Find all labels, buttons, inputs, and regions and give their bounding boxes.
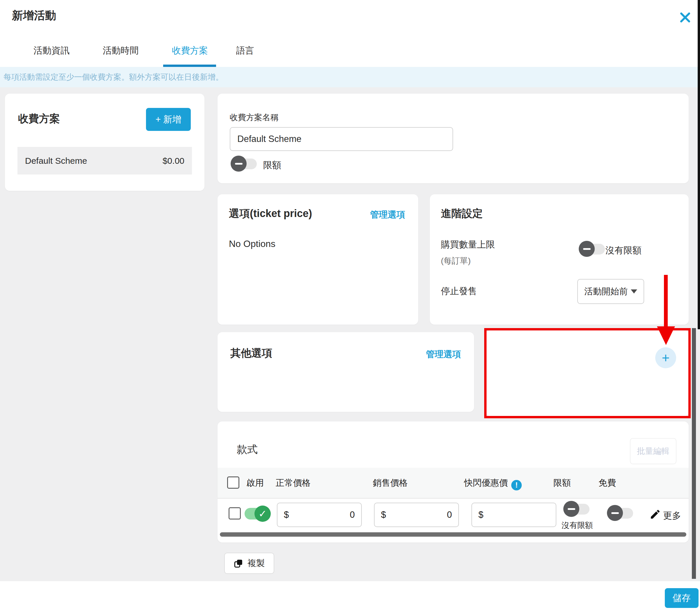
scheme-name-input[interactable]: Default Scheme	[230, 127, 453, 151]
normal-price-input[interactable]: $ 0	[277, 503, 362, 527]
stop-sale-label: 停止發售	[441, 285, 477, 297]
flash-price-input[interactable]: $	[472, 503, 556, 527]
advanced-settings-card: 進階設定 購買數量上限 (每訂單) 沒有限額 停止發售 活動開始前	[430, 194, 689, 325]
sale-price-value: 0	[447, 510, 452, 520]
scheme-list-title: 收費方案	[18, 112, 60, 126]
scheme-form-card: 收費方案名稱 Default Scheme 限額	[218, 94, 689, 183]
active-tab-underline	[163, 65, 216, 67]
info-banner-text: 每項活動需設定至少一個收費方案。額外方案可以在日後新增。	[3, 72, 223, 82]
manage-ticket-options-link[interactable]: 管理選項	[370, 209, 405, 221]
new-activity-modal: 新增活動 活動資訊 活動時間 收費方案 語言 每項活動需設定至少一個收費方案。額…	[0, 0, 700, 612]
ticket-options-title: 選項(ticket price)	[229, 207, 312, 221]
toggle-knob-minus-icon	[607, 505, 623, 521]
row-checkbox[interactable]	[228, 507, 241, 519]
copy-button[interactable]: 複製	[224, 553, 274, 574]
col-normal-price: 正常價格	[276, 477, 311, 489]
limit-toggle[interactable]	[230, 156, 257, 172]
row-no-limit-label: 沒有限額	[562, 520, 593, 531]
scheme-name-value: Default Scheme	[237, 134, 302, 144]
col-limit: 限額	[554, 477, 571, 489]
row-limit-toggle[interactable]	[563, 501, 590, 517]
other-options-card: 其他選項 管理選項	[218, 332, 474, 412]
table-divider	[218, 498, 689, 499]
tab-language[interactable]: 語言	[236, 44, 254, 57]
normal-price-value: 0	[350, 510, 355, 520]
close-icon[interactable]	[678, 11, 692, 25]
row-enabled-toggle[interactable]: ✓	[244, 505, 271, 522]
col-free: 免費	[599, 477, 616, 489]
no-options-text: No Options	[229, 238, 276, 249]
bulk-edit-label: 批量編輯	[637, 446, 670, 457]
vertical-scrollbar-track[interactable]	[692, 328, 696, 579]
row-free-toggle[interactable]	[607, 505, 634, 521]
sale-price-input[interactable]: $ 0	[374, 503, 459, 527]
bulk-edit-button[interactable]: 批量編輯	[630, 438, 676, 464]
currency-prefix: $	[381, 510, 386, 520]
add-scheme-button-label: + 新增	[156, 113, 181, 126]
save-button-label: 儲存	[673, 592, 691, 604]
toggle-knob-check-icon: ✓	[254, 505, 271, 522]
info-banner: 每項活動需設定至少一個收費方案。額外方案可以在日後新增。	[0, 67, 700, 87]
tab-pricing-scheme[interactable]: 收費方案	[172, 44, 208, 57]
col-flash-price: 快閃優惠價!	[464, 477, 522, 490]
advanced-settings-title: 進階設定	[441, 207, 483, 221]
add-scheme-button[interactable]: + 新增	[146, 108, 191, 131]
purchase-no-limit-label: 沒有限額	[605, 244, 642, 256]
modal-footer	[0, 581, 700, 612]
copy-icon	[234, 558, 243, 568]
save-button[interactable]: 儲存	[665, 588, 699, 608]
horizontal-scrollbar[interactable]	[220, 532, 686, 537]
tab-bar: 活動資訊 活動時間 收費方案 語言	[0, 34, 700, 67]
tab-activity-info[interactable]: 活動資訊	[33, 44, 70, 57]
vertical-scrollbar-thumb[interactable]	[698, 0, 700, 329]
limit-toggle-label: 限額	[263, 159, 281, 171]
scheme-item-price: $0.00	[163, 156, 184, 166]
styles-title: 款式	[237, 442, 258, 457]
col-flash-price-label: 快閃優惠價	[464, 478, 508, 487]
ticket-options-card: 選項(ticket price) 管理選項 No Options	[218, 194, 418, 325]
scheme-list-card: 收費方案 + 新增 Default Scheme $0.00	[5, 94, 205, 191]
scheme-list-item[interactable]: Default Scheme $0.00	[17, 147, 192, 175]
scheme-item-name: Default Scheme	[25, 156, 87, 166]
other-options-title: 其他選項	[230, 346, 272, 360]
toggle-knob-minus-icon	[563, 501, 579, 517]
edit-pencil-icon[interactable]	[649, 509, 661, 520]
scheme-name-label: 收費方案名稱	[230, 112, 279, 123]
manage-other-options-link[interactable]: 管理選項	[426, 348, 461, 360]
purchase-no-limit-toggle[interactable]	[579, 241, 605, 257]
info-icon[interactable]: !	[511, 480, 522, 490]
per-order-label: (每訂單)	[441, 255, 471, 266]
chevron-down-icon	[631, 289, 637, 293]
page-title: 新增活動	[12, 8, 56, 23]
stop-sale-value: 活動開始前	[584, 286, 628, 297]
tab-activity-time[interactable]: 活動時間	[103, 44, 139, 57]
purchase-limit-label: 購買數量上限	[441, 238, 495, 251]
stop-sale-dropdown[interactable]: 活動開始前	[577, 279, 644, 304]
currency-prefix: $	[478, 510, 483, 520]
check-icon: ✓	[258, 508, 267, 519]
col-enabled: 啟用	[246, 477, 264, 489]
copy-button-label: 複製	[248, 557, 265, 569]
col-sale-price: 銷售價格	[373, 477, 408, 489]
currency-prefix: $	[284, 510, 289, 520]
modal-header: 新增活動	[0, 0, 700, 34]
red-arrow-head	[657, 326, 675, 345]
toggle-knob-minus-icon	[579, 241, 595, 257]
toggle-knob-minus-icon	[230, 156, 247, 172]
select-all-checkbox[interactable]	[227, 476, 239, 489]
more-link[interactable]: 更多	[663, 510, 681, 522]
red-arrow-line	[664, 275, 668, 327]
